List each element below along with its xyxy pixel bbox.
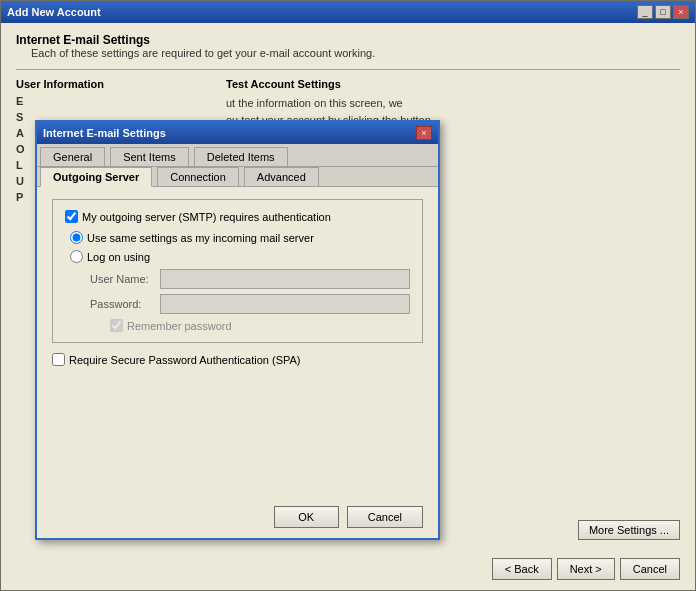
radio-logon-row: Log on using (70, 250, 410, 263)
cancel-button[interactable]: Cancel (620, 558, 680, 580)
spa-row: Require Secure Password Authentication (… (52, 353, 423, 366)
nav-buttons-area: < Back Next > Cancel (492, 558, 680, 580)
email-settings-modal: Internet E-mail Settings × General Sent … (35, 120, 440, 540)
modal-title: Internet E-mail Settings (43, 127, 166, 139)
field-e: E (16, 95, 216, 107)
modal-footer: OK Cancel (274, 506, 423, 528)
outer-titlebar: Add New Account _ □ × (1, 1, 695, 23)
password-field-row: Password: (90, 294, 410, 314)
tab-deleted-items[interactable]: Deleted Items (194, 147, 288, 166)
minimize-button[interactable]: _ (637, 5, 653, 19)
outer-header-title: Internet E-mail Settings (16, 33, 680, 47)
modal-tabs: General Sent Items Deleted Items (37, 144, 438, 167)
spa-checkbox[interactable] (52, 353, 65, 366)
username-input[interactable] (160, 269, 410, 289)
radio-same-settings-label: Use same settings as my incoming mail se… (87, 232, 314, 244)
remember-pw-row: Remember password (110, 319, 410, 332)
right-text-1: ut the information on this screen, we (226, 95, 680, 112)
more-settings-area: More Settings ... (578, 520, 680, 540)
outer-header-subtitle: Each of these settings are required to g… (31, 47, 680, 59)
maximize-button[interactable]: □ (655, 5, 671, 19)
logon-fields: User Name: Password: Remember password (90, 269, 410, 332)
outer-header: Internet E-mail Settings Each of these s… (16, 33, 680, 59)
tab-advanced[interactable]: Advanced (244, 167, 319, 186)
spa-label: Require Secure Password Authentication (… (69, 354, 301, 366)
password-label: Password: (90, 298, 160, 310)
smtp-auth-checkbox-row: My outgoing server (SMTP) requires authe… (65, 210, 410, 223)
outer-titlebar-buttons: _ □ × (637, 5, 689, 19)
modal-titlebar: Internet E-mail Settings × (37, 122, 438, 144)
modal-body: My outgoing server (SMTP) requires authe… (37, 187, 438, 378)
modal-cancel-button[interactable]: Cancel (347, 506, 423, 528)
header-divider (16, 69, 680, 70)
modal-close-button[interactable]: × (416, 126, 432, 140)
radio-same-settings[interactable] (70, 231, 83, 244)
tab-outgoing-server[interactable]: Outgoing Server (40, 167, 152, 187)
remember-pw-checkbox[interactable] (110, 319, 123, 332)
username-label: User Name: (90, 273, 160, 285)
radio-group: Use same settings as my incoming mail se… (70, 231, 410, 332)
modal-tabs-row2: Outgoing Server Connection Advanced (37, 167, 438, 187)
user-info-label: User Information (16, 78, 216, 90)
tab-connection[interactable]: Connection (157, 167, 239, 186)
smtp-auth-checkbox[interactable] (65, 210, 78, 223)
remember-pw-label: Remember password (127, 320, 232, 332)
smtp-auth-section: My outgoing server (SMTP) requires authe… (52, 199, 423, 343)
outer-close-button[interactable]: × (673, 5, 689, 19)
tab-general[interactable]: General (40, 147, 105, 166)
smtp-auth-label: My outgoing server (SMTP) requires authe… (82, 211, 331, 223)
tab-sent-items[interactable]: Sent Items (110, 147, 189, 166)
back-button[interactable]: < Back (492, 558, 552, 580)
radio-same-settings-row: Use same settings as my incoming mail se… (70, 231, 410, 244)
username-field-row: User Name: (90, 269, 410, 289)
radio-logon[interactable] (70, 250, 83, 263)
password-input[interactable] (160, 294, 410, 314)
modal-ok-button[interactable]: OK (274, 506, 339, 528)
more-settings-button[interactable]: More Settings ... (578, 520, 680, 540)
test-account-title: Test Account Settings (226, 78, 680, 90)
next-button[interactable]: Next > (557, 558, 615, 580)
outer-window-title: Add New Account (7, 6, 101, 18)
radio-logon-label: Log on using (87, 251, 150, 263)
